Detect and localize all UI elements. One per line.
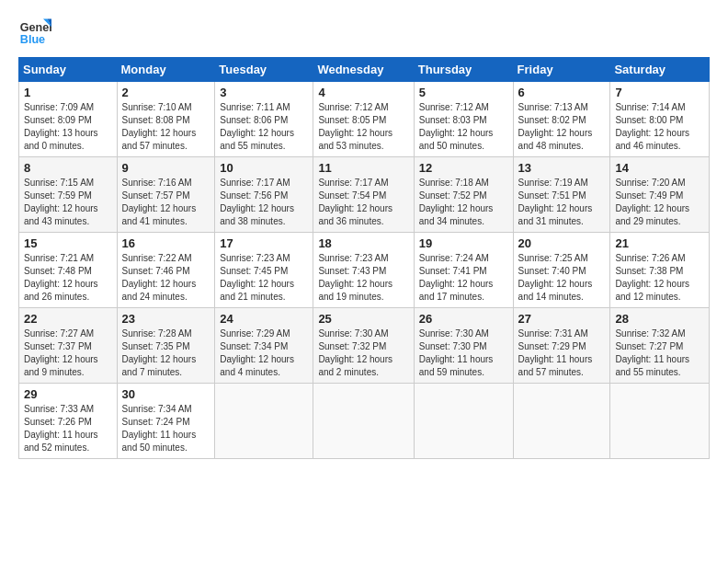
day-number: 15: [24, 236, 112, 250]
day-number: 8: [24, 161, 112, 175]
day-number: 10: [220, 161, 308, 175]
calendar-header-friday: Friday: [513, 58, 610, 82]
calendar-week-row: 22Sunrise: 7:27 AMSunset: 7:37 PMDayligh…: [19, 308, 710, 384]
calendar-header-wednesday: Wednesday: [313, 58, 414, 82]
calendar-cell: 25Sunrise: 7:30 AMSunset: 7:32 PMDayligh…: [313, 308, 414, 384]
day-number: 28: [615, 312, 704, 326]
calendar-cell: 13Sunrise: 7:19 AMSunset: 7:51 PMDayligh…: [513, 157, 610, 233]
day-number: 13: [518, 161, 606, 175]
calendar-cell: 27Sunrise: 7:31 AMSunset: 7:29 PMDayligh…: [513, 308, 610, 384]
day-info: Sunrise: 7:31 AMSunset: 7:29 PMDaylight:…: [518, 327, 606, 379]
daylight-text: Daylight: 12 hours and 55 minutes.: [220, 127, 308, 153]
calendar-cell: 6Sunrise: 7:13 AMSunset: 8:02 PMDaylight…: [513, 82, 610, 157]
daylight-text: Daylight: 12 hours and 31 minutes.: [518, 202, 606, 228]
day-number: 12: [419, 161, 508, 175]
sunrise-text: Sunrise: 7:33 AM: [24, 403, 112, 416]
day-info: Sunrise: 7:26 AMSunset: 7:38 PMDaylight:…: [615, 252, 704, 304]
day-number: 25: [318, 312, 408, 326]
sunrise-text: Sunrise: 7:11 AM: [220, 101, 308, 114]
daylight-text: Daylight: 12 hours and 4 minutes.: [220, 353, 308, 379]
sunrise-text: Sunrise: 7:15 AM: [24, 177, 112, 190]
calendar-cell: 2Sunrise: 7:10 AMSunset: 8:08 PMDaylight…: [117, 82, 215, 157]
calendar-header-row: SundayMondayTuesdayWednesdayThursdayFrid…: [19, 58, 710, 82]
calendar-cell: 14Sunrise: 7:20 AMSunset: 7:49 PMDayligh…: [610, 157, 710, 233]
daylight-text: Daylight: 12 hours and 36 minutes.: [318, 202, 408, 228]
daylight-text: Daylight: 12 hours and 43 minutes.: [24, 202, 112, 228]
calendar-cell: 9Sunrise: 7:16 AMSunset: 7:57 PMDaylight…: [117, 157, 215, 233]
day-info: Sunrise: 7:23 AMSunset: 7:43 PMDaylight:…: [318, 252, 408, 304]
sunrise-text: Sunrise: 7:17 AM: [220, 177, 308, 190]
sunset-text: Sunset: 7:52 PM: [419, 190, 508, 202]
calendar-cell: 5Sunrise: 7:12 AMSunset: 8:03 PMDaylight…: [414, 82, 513, 157]
sunrise-text: Sunrise: 7:12 AM: [318, 101, 408, 114]
sunrise-text: Sunrise: 7:30 AM: [318, 327, 408, 340]
sunset-text: Sunset: 8:03 PM: [419, 114, 508, 127]
calendar-week-row: 15Sunrise: 7:21 AMSunset: 7:48 PMDayligh…: [19, 233, 710, 308]
sunrise-text: Sunrise: 7:19 AM: [518, 177, 606, 190]
day-number: 23: [122, 312, 210, 326]
day-info: Sunrise: 7:32 AMSunset: 7:27 PMDaylight:…: [615, 327, 704, 379]
day-number: 4: [318, 86, 408, 99]
day-info: Sunrise: 7:13 AMSunset: 8:02 PMDaylight:…: [518, 101, 606, 153]
sunset-text: Sunset: 7:29 PM: [518, 340, 606, 353]
day-info: Sunrise: 7:20 AMSunset: 7:49 PMDaylight:…: [615, 177, 704, 228]
day-info: Sunrise: 7:19 AMSunset: 7:51 PMDaylight:…: [518, 177, 606, 228]
sunrise-text: Sunrise: 7:17 AM: [318, 177, 408, 190]
sunrise-text: Sunrise: 7:34 AM: [122, 403, 210, 416]
sunset-text: Sunset: 8:00 PM: [615, 114, 704, 127]
day-info: Sunrise: 7:15 AMSunset: 7:59 PMDaylight:…: [24, 177, 112, 228]
sunrise-text: Sunrise: 7:25 AM: [518, 252, 606, 265]
calendar-week-row: 8Sunrise: 7:15 AMSunset: 7:59 PMDaylight…: [19, 157, 710, 233]
calendar-cell: 4Sunrise: 7:12 AMSunset: 8:05 PMDaylight…: [313, 82, 414, 157]
sunset-text: Sunset: 7:56 PM: [220, 190, 308, 202]
sunset-text: Sunset: 7:46 PM: [122, 265, 210, 278]
calendar-cell: 3Sunrise: 7:11 AMSunset: 8:06 PMDaylight…: [215, 82, 313, 157]
day-number: 7: [615, 86, 704, 99]
calendar-header-monday: Monday: [117, 58, 215, 82]
day-number: 19: [419, 236, 508, 250]
sunrise-text: Sunrise: 7:27 AM: [24, 327, 112, 340]
sunset-text: Sunset: 7:38 PM: [615, 265, 704, 278]
calendar-cell: 18Sunrise: 7:23 AMSunset: 7:43 PMDayligh…: [313, 233, 414, 308]
day-number: 30: [122, 387, 210, 401]
sunset-text: Sunset: 7:48 PM: [24, 265, 112, 278]
calendar-week-row: 1Sunrise: 7:09 AMSunset: 8:09 PMDaylight…: [19, 82, 710, 157]
sunset-text: Sunset: 8:09 PM: [24, 114, 112, 127]
calendar-cell: [610, 384, 710, 459]
sunrise-text: Sunrise: 7:32 AM: [615, 327, 704, 340]
sunrise-text: Sunrise: 7:09 AM: [24, 101, 112, 114]
day-info: Sunrise: 7:33 AMSunset: 7:26 PMDaylight:…: [24, 403, 112, 454]
day-number: 20: [518, 236, 606, 250]
day-info: Sunrise: 7:12 AMSunset: 8:05 PMDaylight:…: [318, 101, 408, 153]
calendar: SundayMondayTuesdayWednesdayThursdayFrid…: [18, 57, 710, 459]
sunset-text: Sunset: 8:08 PM: [122, 114, 210, 127]
sunrise-text: Sunrise: 7:23 AM: [318, 252, 408, 265]
calendar-cell: 11Sunrise: 7:17 AMSunset: 7:54 PMDayligh…: [313, 157, 414, 233]
svg-text:Blue: Blue: [20, 33, 45, 46]
sunrise-text: Sunrise: 7:22 AM: [122, 252, 210, 265]
sunrise-text: Sunrise: 7:30 AM: [419, 327, 508, 340]
sunset-text: Sunset: 8:05 PM: [318, 114, 408, 127]
sunset-text: Sunset: 7:35 PM: [122, 340, 210, 353]
sunset-text: Sunset: 7:51 PM: [518, 190, 606, 202]
sunset-text: Sunset: 8:06 PM: [220, 114, 308, 127]
day-number: 14: [615, 161, 704, 175]
sunrise-text: Sunrise: 7:24 AM: [419, 252, 508, 265]
daylight-text: Daylight: 12 hours and 50 minutes.: [419, 127, 508, 153]
day-number: 29: [24, 387, 112, 401]
day-info: Sunrise: 7:11 AMSunset: 8:06 PMDaylight:…: [220, 101, 308, 153]
day-info: Sunrise: 7:30 AMSunset: 7:30 PMDaylight:…: [419, 327, 508, 379]
daylight-text: Daylight: 12 hours and 38 minutes.: [220, 202, 308, 228]
day-info: Sunrise: 7:09 AMSunset: 8:09 PMDaylight:…: [24, 101, 112, 153]
sunset-text: Sunset: 8:02 PM: [518, 114, 606, 127]
sunset-text: Sunset: 7:40 PM: [518, 265, 606, 278]
sunrise-text: Sunrise: 7:12 AM: [419, 101, 508, 114]
daylight-text: Daylight: 12 hours and 2 minutes.: [318, 353, 408, 379]
sunset-text: Sunset: 7:43 PM: [318, 265, 408, 278]
sunrise-text: Sunrise: 7:20 AM: [615, 177, 704, 190]
calendar-cell: 29Sunrise: 7:33 AMSunset: 7:26 PMDayligh…: [19, 384, 118, 459]
daylight-text: Daylight: 12 hours and 14 minutes.: [518, 278, 606, 304]
logo-icon: General Blue: [18, 15, 51, 48]
daylight-text: Daylight: 12 hours and 46 minutes.: [615, 127, 704, 153]
day-number: 17: [220, 236, 308, 250]
